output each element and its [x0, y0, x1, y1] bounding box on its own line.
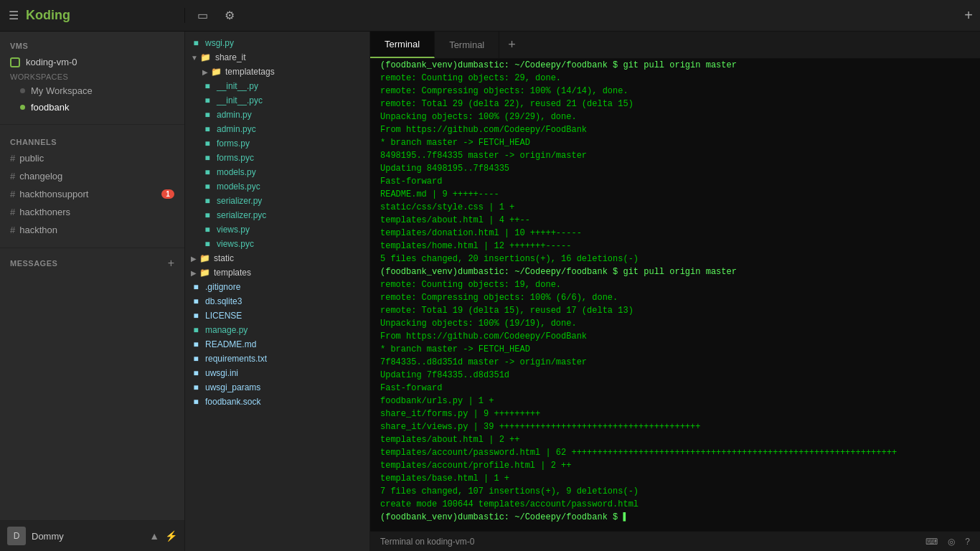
workspaces-label: WORKSPACES: [0, 71, 184, 83]
vms-section: VMS koding-vm-0 WORKSPACES My Workspace …: [0, 32, 184, 121]
topbar: ☰ Koding ▭ ⚙ +: [0, 0, 980, 32]
file-icon: ■: [202, 167, 212, 177]
terminal-line: templates/account/password.html | 62 +++…: [380, 446, 970, 459]
terminal-line: create mode 100644 templates/account/pas…: [380, 498, 970, 511]
workspace-item-my[interactable]: My Workspace: [0, 83, 184, 99]
keyboard-icon[interactable]: ⌨: [925, 537, 938, 547]
file-tree-item[interactable]: ■admin.py: [185, 108, 369, 122]
file-name: __init__.py: [217, 81, 258, 91]
terminal-line: From https://github.com/Codeepy/FoodBank: [380, 123, 970, 136]
file-name: forms.pyc: [217, 153, 254, 163]
file-icon: ■: [202, 196, 212, 206]
file-name: requirements.txt: [205, 354, 267, 364]
folder-icon: 📁: [211, 67, 221, 77]
terminal-line: (foodbank_venv)dumbastic: ~/Codeepy/food…: [380, 265, 970, 278]
vm-item[interactable]: koding-vm-0: [0, 53, 184, 71]
terminal-line: share_it/forms.py | 9 +++++++++: [380, 408, 970, 420]
terminal-line: remote: Counting objects: 29, done.: [380, 72, 970, 85]
file-tree-item[interactable]: ■uwsgi_params: [185, 380, 369, 395]
vm-status-dot: [10, 57, 20, 67]
file-tree-item[interactable]: ■requirements.txt: [185, 352, 369, 366]
file-tree-item[interactable]: ■foodbank.sock: [185, 395, 369, 409]
channel-item-hackthon[interactable]: # hackthon: [0, 221, 184, 239]
file-tree-item[interactable]: ■admin.pyc: [185, 122, 369, 136]
file-tree-item[interactable]: ■wsgi.py: [185, 36, 369, 50]
file-icon: ■: [191, 282, 201, 292]
terminal-line: templates/home.html | 12 +++++++-----: [380, 240, 970, 253]
file-tree-item[interactable]: ■README.md: [185, 337, 369, 352]
file-tree-item[interactable]: ■manage.py: [185, 323, 369, 337]
status-icons: ⌨ ◎ ?: [925, 537, 970, 547]
hash-icon: #: [10, 153, 15, 164]
terminal-output[interactable]: To https://github.com/Codeepy/FoodBank.g…: [370, 59, 980, 531]
file-tree-item[interactable]: ■LICENSE: [185, 309, 369, 323]
file-icon: ■: [191, 382, 201, 392]
file-icon: ■: [202, 81, 212, 91]
avatar: D: [7, 527, 26, 545]
tab-terminal-2[interactable]: Terminal: [435, 32, 499, 58]
file-tree-item[interactable]: ■models.pyc: [185, 179, 369, 194]
terminal-line: 7 files changed, 107 insertions(+), 9 de…: [380, 485, 970, 498]
file-tree-item[interactable]: ■forms.py: [185, 136, 369, 151]
new-tab-button[interactable]: +: [964, 7, 973, 24]
folder-expand-arrow: ▶: [202, 68, 208, 76]
terminal-line: 8498195..7f84335 master -> origin/master: [380, 149, 970, 162]
file-tree-item[interactable]: ■db.sqlite3: [185, 294, 369, 309]
terminal-line: Unpacking objects: 100% (19/19), done.: [380, 317, 970, 330]
file-tree-item[interactable]: ■__init__.pyc: [185, 93, 369, 108]
file-icon: ■: [202, 110, 212, 120]
channels-label: CHANNELS: [0, 133, 184, 149]
file-tree-item[interactable]: ■serializer.pyc: [185, 208, 369, 222]
channels-section: CHANNELS # public # changelog # hackthon…: [0, 128, 184, 245]
file-name: LICENSE: [205, 311, 242, 321]
file-tree-item[interactable]: ■__init__.py: [185, 79, 369, 93]
file-name: models.pyc: [217, 182, 260, 192]
channel-item-public[interactable]: # public: [0, 149, 184, 167]
file-tree-item[interactable]: ■serializer.py: [185, 194, 369, 208]
terminal-line: foodbank/urls.py | 1 +: [380, 395, 970, 408]
chevron-up-icon[interactable]: ▲: [149, 530, 159, 542]
file-tree-item[interactable]: ■views.py: [185, 222, 369, 237]
channel-name: hackthon: [19, 225, 57, 235]
hamburger-icon[interactable]: ☰: [9, 9, 19, 22]
file-tree-item[interactable]: ■.gitignore: [185, 280, 369, 294]
hash-icon: #: [10, 189, 15, 199]
channel-item-hackthonsupport[interactable]: # hackthonsupport 1: [0, 185, 184, 203]
workspace-item-foodbank[interactable]: foodbank: [0, 99, 184, 116]
github-icon[interactable]: ◎: [948, 537, 955, 547]
hash-icon: #: [10, 225, 15, 235]
terminal-line: * branch master -> FETCH_HEAD: [380, 136, 970, 149]
terminal-line: Fast-forward: [380, 382, 970, 395]
file-icon: ■: [202, 138, 212, 149]
channel-item-hackthoners[interactable]: # hackthoners: [0, 203, 184, 221]
file-tree-item[interactable]: ▶📁templatetags: [185, 65, 369, 79]
main-area: VMS koding-vm-0 WORKSPACES My Workspace …: [0, 32, 980, 551]
file-tree-item[interactable]: ■uwsgi.ini: [185, 366, 369, 380]
settings-icon[interactable]: ⚙: [220, 6, 240, 26]
channel-item-changelog[interactable]: # changelog: [0, 167, 184, 185]
file-name: serializer.py: [217, 196, 262, 206]
topbar-right: ▭ ⚙ +: [185, 6, 980, 26]
hash-icon: #: [10, 207, 15, 217]
terminal-line: Unpacking objects: 100% (29/29), done.: [380, 110, 970, 123]
tab-bar: Terminal Terminal +: [370, 32, 980, 59]
file-tree-item[interactable]: ■models.py: [185, 165, 369, 179]
channel-name: hackthoners: [19, 207, 70, 217]
user-bar: D Dommy ▲ ⚡: [0, 520, 184, 551]
file-tree-item[interactable]: ▶📁static: [185, 251, 369, 265]
file-tree-item[interactable]: ▼📁share_it: [185, 50, 369, 65]
add-message-button[interactable]: +: [168, 257, 174, 270]
tab-add-button[interactable]: +: [499, 32, 524, 58]
file-tree-item[interactable]: ■forms.pyc: [185, 151, 369, 165]
file-tree-item[interactable]: ▶📁templates: [185, 265, 369, 280]
folder-open-icon: 📁: [201, 52, 211, 62]
lightning-icon[interactable]: ⚡: [165, 530, 177, 542]
terminal-line: static/css/style.css | 1 +: [380, 201, 970, 214]
tab-terminal-1[interactable]: Terminal: [370, 32, 435, 58]
file-icon: ■: [191, 311, 201, 321]
terminal-line: templates/base.html | 1 +: [380, 472, 970, 485]
file-tree-toggle-icon[interactable]: ▭: [192, 6, 212, 26]
messages-section-header: MESSAGES +: [0, 251, 184, 273]
file-tree-item[interactable]: ■views.pyc: [185, 237, 369, 251]
help-icon[interactable]: ?: [965, 537, 970, 547]
